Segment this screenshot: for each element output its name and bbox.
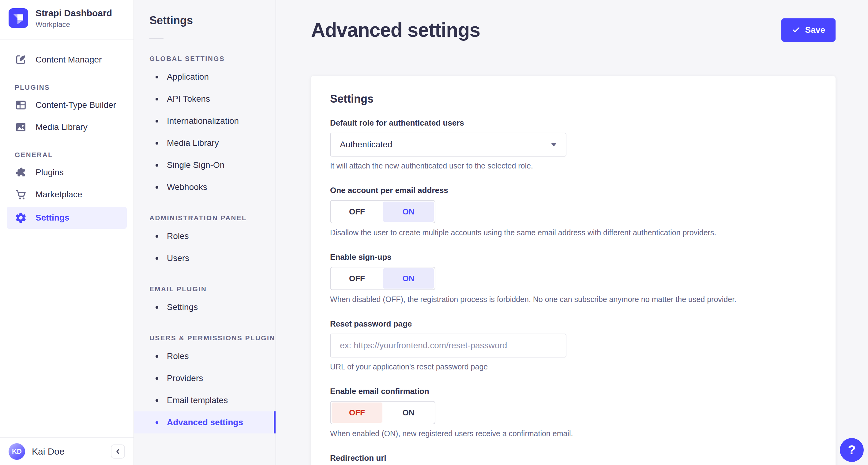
field-hint: URL of your application's reset password… — [330, 362, 816, 371]
enable-signups-toggle: OFF ON — [330, 267, 435, 290]
subnav-item-application[interactable]: Application — [134, 66, 276, 88]
subnav-list-email: Settings — [134, 296, 276, 318]
subnav-item-label: Application — [167, 72, 209, 82]
subnav-title: Settings — [134, 14, 276, 27]
user-name: Kai Doe — [32, 446, 111, 457]
field-reset-password: Reset password page URL of your applicat… — [330, 319, 816, 371]
subnav-item-api-tokens[interactable]: API Tokens — [134, 88, 276, 110]
bullet-icon — [156, 421, 158, 424]
subnav-item-label: Roles — [167, 351, 189, 361]
subnav-item-email-templates[interactable]: Email templates — [134, 389, 276, 411]
strapi-logo-icon — [8, 8, 28, 28]
subnav-section-users-permissions-plugin: USERS & PERMISSIONS PLUGIN — [134, 334, 276, 342]
media-library-icon — [15, 121, 27, 133]
subnav-item-label: Media Library — [167, 138, 219, 148]
page-title: Advanced settings — [311, 19, 480, 41]
subnav-item-label: Advanced settings — [167, 417, 243, 427]
subnav-item-label: Email templates — [167, 396, 228, 405]
sidebar-item-label: Marketplace — [35, 190, 82, 199]
subnav-item-users[interactable]: Users — [134, 247, 276, 269]
help-button[interactable]: ? — [840, 438, 864, 462]
subnav-item-internationalization[interactable]: Internationalization — [134, 110, 276, 132]
field-label: Enable sign-ups — [330, 253, 816, 262]
one-account-toggle: OFF ON — [330, 200, 435, 223]
field-hint: It will attach the new authenticated use… — [330, 162, 816, 170]
subnav-item-label: Users — [167, 253, 189, 263]
field-default-role: Default role for authenticated users Aut… — [330, 118, 816, 170]
chevron-left-icon — [114, 447, 122, 456]
save-button-label: Save — [805, 25, 825, 35]
subnav-section-administration-panel: ADMINISTRATION PANEL — [134, 214, 276, 222]
toggle-on-option[interactable]: ON — [383, 403, 434, 423]
sidebar-item-marketplace[interactable]: Marketplace — [7, 185, 127, 204]
field-email-confirmation: Enable email confirmation OFF ON When en… — [330, 386, 816, 438]
field-label: Enable email confirmation — [330, 386, 816, 396]
subnav-item-email-settings[interactable]: Settings — [134, 296, 276, 318]
bullet-icon — [156, 164, 158, 167]
subnav-item-roles[interactable]: Roles — [134, 225, 276, 247]
bullet-icon — [156, 306, 158, 309]
save-button[interactable]: Save — [781, 19, 836, 42]
subnav-item-label: Webhooks — [167, 182, 207, 192]
bullet-icon — [156, 355, 158, 358]
field-hint: Disallow the user to create multiple acc… — [330, 228, 816, 237]
field-hint: When disabled (OFF), the registration pr… — [330, 295, 816, 304]
bullet-icon — [156, 399, 158, 402]
subnav-item-advanced-settings[interactable]: Advanced settings — [134, 411, 276, 433]
settings-gear-icon — [15, 212, 27, 224]
default-role-select[interactable]: Authenticated — [330, 133, 566, 156]
subnav-item-single-sign-on[interactable]: Single Sign-On — [134, 154, 276, 176]
bullet-icon — [156, 257, 158, 260]
user-area: KD Kai Doe — [0, 437, 133, 465]
collapse-sidebar-button[interactable] — [111, 444, 125, 459]
sidebar-item-plugins[interactable]: Plugins — [7, 163, 127, 182]
field-label: Redirection url — [330, 453, 816, 463]
content-type-builder-icon — [15, 99, 27, 111]
subnav-item-up-roles[interactable]: Roles — [134, 345, 276, 367]
sidebar-item-content-type-builder[interactable]: Content-Type Builder — [7, 95, 127, 115]
field-redirection-url: Redirection url — [330, 453, 816, 465]
settings-panel: Settings Default role for authenticated … — [311, 76, 836, 465]
main-nav-list: Content Manager PLUGINS Content-Type Bui… — [0, 40, 133, 239]
reset-password-input[interactable] — [330, 333, 566, 357]
panel-title: Settings — [330, 92, 816, 106]
bullet-icon — [156, 98, 158, 100]
brand-text: Strapi Dashboard Workplace — [35, 7, 112, 29]
toggle-off-option[interactable]: OFF — [332, 268, 382, 289]
bullet-icon — [156, 142, 158, 145]
subnav-item-media-library[interactable]: Media Library — [134, 132, 276, 154]
subnav-item-label: Single Sign-On — [167, 160, 224, 170]
toggle-off-option[interactable]: OFF — [332, 202, 382, 222]
field-label: Reset password page — [330, 319, 816, 329]
main-sidebar: Strapi Dashboard Workplace Content Manag… — [0, 0, 134, 465]
subnav-item-webhooks[interactable]: Webhooks — [134, 176, 276, 198]
settings-subnav: Settings GLOBAL SETTINGS Application API… — [134, 0, 276, 465]
sidebar-item-label: Media Library — [35, 122, 88, 132]
subnav-item-providers[interactable]: Providers — [134, 367, 276, 389]
sidebar-item-label: Content Manager — [35, 55, 102, 65]
field-label: Default role for authenticated users — [330, 118, 816, 128]
toggle-on-option[interactable]: ON — [383, 202, 434, 222]
content-header: Advanced settings Save — [276, 0, 868, 42]
subnav-list-admin: Roles Users — [134, 225, 276, 269]
field-hint: When enabled (ON), new registered users … — [330, 429, 816, 438]
sidebar-item-settings[interactable]: Settings — [7, 207, 127, 229]
toggle-off-option[interactable]: OFF — [332, 403, 382, 423]
subnav-list-users-permissions: Roles Providers Email templates Advanced… — [134, 345, 276, 433]
bullet-icon — [156, 76, 158, 79]
subnav-item-label: Internationalization — [167, 116, 239, 126]
bullet-icon — [156, 120, 158, 122]
bullet-icon — [156, 377, 158, 380]
bullet-icon — [156, 186, 158, 189]
subnav-section-email-plugin: EMAIL PLUGIN — [134, 285, 276, 293]
subnav-title-divider — [149, 38, 163, 39]
caret-down-icon — [551, 143, 557, 146]
toggle-on-option[interactable]: ON — [383, 268, 434, 289]
sidebar-item-content-manager[interactable]: Content Manager — [7, 50, 127, 69]
brand[interactable]: Strapi Dashboard Workplace — [0, 0, 133, 39]
plugins-icon — [15, 166, 27, 179]
nav-section-general: GENERAL — [7, 151, 127, 159]
sidebar-item-media-library[interactable]: Media Library — [7, 117, 127, 137]
field-enable-signups: Enable sign-ups OFF ON When disabled (OF… — [330, 253, 816, 304]
marketplace-icon — [15, 188, 27, 201]
